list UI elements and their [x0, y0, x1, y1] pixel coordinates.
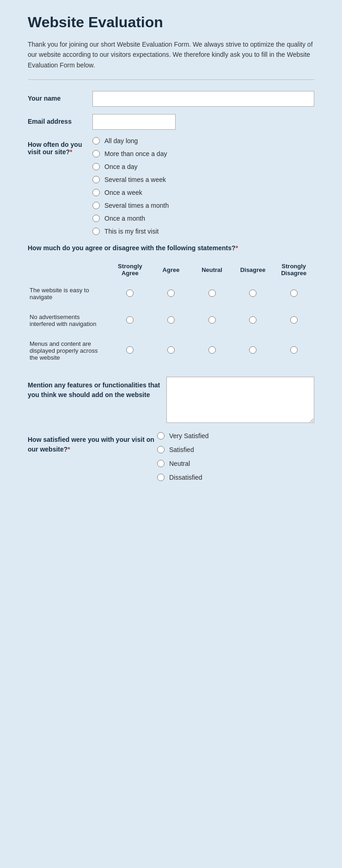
statement-menus: Menus and content are displayed properly…: [28, 334, 110, 368]
satisfaction-radio-satisfied[interactable]: [157, 446, 165, 453]
visit-option-several-times-week[interactable]: Several times a week: [104, 176, 166, 183]
table-header-row: StronglyAgree Agree Neutral Disagree Str…: [28, 259, 314, 280]
visit-radio-once-a-day[interactable]: [92, 163, 100, 170]
list-item: Neutral: [157, 460, 314, 467]
visit-radio-once-a-month[interactable]: [92, 215, 100, 222]
name-label: Your name: [28, 91, 92, 102]
agree-section: How much do you agree or disagree with t…: [28, 244, 314, 368]
statement-ads: No advertisements interfered with naviga…: [28, 307, 110, 334]
satisfaction-option-dissatisfied[interactable]: Dissatisfied: [169, 474, 202, 481]
satisfaction-section: How satisfied were you with your visit o…: [28, 432, 314, 481]
agree-cell-2-1: [110, 307, 151, 334]
intro-text: Thank you for joining our short Website …: [28, 39, 314, 70]
visit-radio-several-times-week[interactable]: [92, 176, 100, 183]
list-item: More than once a day: [92, 150, 314, 157]
list-item: Satisfied: [157, 446, 314, 453]
email-input[interactable]: [92, 114, 176, 130]
agree-cell-3-3: [191, 334, 232, 368]
visit-radio-once-a-week[interactable]: [92, 189, 100, 196]
agree-radio-2-disagree[interactable]: [249, 316, 256, 324]
list-item: Dissatisfied: [157, 474, 314, 481]
agree-cell-3-2: [151, 334, 192, 368]
list-item: Several times a week: [92, 176, 314, 183]
agree-cell-2-3: [191, 307, 232, 334]
agree-radio-1-strongly-agree[interactable]: [126, 289, 134, 297]
agree-cell-2-5: [273, 307, 314, 334]
email-row: Email address: [28, 114, 314, 130]
agree-section-title: How much do you agree or disagree with t…: [28, 244, 314, 252]
satisfaction-radio-neutral[interactable]: [157, 460, 165, 467]
agree-cell-3-4: [232, 334, 274, 368]
visit-radio-first-visit[interactable]: [92, 228, 100, 235]
agree-radio-1-agree[interactable]: [167, 289, 175, 297]
list-item: This is my first visit: [92, 228, 314, 235]
statement-navigate: The website is easy to navigate: [28, 280, 110, 307]
table-col-agree: Agree: [151, 259, 192, 280]
agree-radio-2-strongly-agree[interactable]: [126, 316, 134, 324]
visit-option-once-a-day[interactable]: Once a day: [104, 163, 138, 170]
visit-radio-more-than-once[interactable]: [92, 150, 100, 157]
agree-radio-2-strongly-disagree[interactable]: [290, 316, 298, 324]
agree-cell-1-2: [151, 280, 192, 307]
visit-option-several-times-month[interactable]: Several times a month: [104, 202, 169, 209]
email-field-container: [92, 114, 314, 130]
name-row: Your name: [28, 91, 314, 107]
satisfaction-option-neutral[interactable]: Neutral: [169, 460, 190, 467]
name-input[interactable]: [92, 91, 314, 107]
visit-options-container: All day long More than once a day Once a…: [92, 137, 314, 235]
agree-cell-3-1: [110, 334, 151, 368]
visit-radio-group: All day long More than once a day Once a…: [92, 137, 314, 235]
name-field-container: [92, 91, 314, 107]
visit-option-once-a-month[interactable]: Once a month: [104, 215, 145, 222]
agree-cell-1-4: [232, 280, 274, 307]
table-col-disagree: Disagree: [232, 259, 274, 280]
table-row: No advertisements interfered with naviga…: [28, 307, 314, 334]
visit-option-first-visit[interactable]: This is my first visit: [104, 228, 159, 235]
agree-cell-1-3: [191, 280, 232, 307]
visit-radio-several-times-month[interactable]: [92, 202, 100, 209]
visit-radio-all-day[interactable]: [92, 137, 100, 145]
agree-radio-3-agree[interactable]: [167, 346, 175, 354]
table-col-neutral: Neutral: [191, 259, 232, 280]
features-label: Mention any features or functionalities …: [28, 377, 166, 400]
agree-radio-1-disagree[interactable]: [249, 289, 256, 297]
table-col-strongly-agree: StronglyAgree: [110, 259, 151, 280]
agree-radio-1-neutral[interactable]: [208, 289, 216, 297]
table-row: Menus and content are displayed properly…: [28, 334, 314, 368]
list-item: Once a week: [92, 189, 314, 196]
satisfaction-option-very-satisfied[interactable]: Very Satisfied: [169, 432, 209, 440]
features-row: Mention any features or functionalities …: [28, 377, 314, 423]
agree-radio-3-neutral[interactable]: [208, 346, 216, 354]
agree-cell-1-5: [273, 280, 314, 307]
agree-radio-2-agree[interactable]: [167, 316, 175, 324]
visit-option-all-day[interactable]: All day long: [104, 137, 138, 145]
agree-cell-2-4: [232, 307, 274, 334]
satisfaction-label: How satisfied were you with your visit o…: [28, 432, 157, 454]
satisfaction-row: How satisfied were you with your visit o…: [28, 432, 314, 481]
list-item: Once a day: [92, 163, 314, 170]
agree-radio-3-strongly-disagree[interactable]: [290, 346, 298, 354]
satisfaction-radio-dissatisfied[interactable]: [157, 474, 165, 481]
visit-label: How often do you visit our site?*: [28, 137, 92, 156]
satisfaction-options-container: Very Satisfied Satisfied Neutral Dissati…: [157, 432, 314, 481]
agree-cell-3-5: [273, 334, 314, 368]
list-item: Very Satisfied: [157, 432, 314, 440]
table-col-statement: [28, 259, 110, 280]
email-label: Email address: [28, 114, 92, 125]
agree-radio-1-strongly-disagree[interactable]: [290, 289, 298, 297]
visit-option-more-than-once[interactable]: More than once a day: [104, 150, 167, 157]
page-title: Website Evaluation: [28, 14, 314, 31]
agree-radio-2-neutral[interactable]: [208, 316, 216, 324]
agree-radio-3-strongly-agree[interactable]: [126, 346, 134, 354]
agree-radio-3-disagree[interactable]: [249, 346, 256, 354]
features-textarea[interactable]: [166, 377, 314, 423]
table-col-strongly-disagree: StronglyDisagree: [273, 259, 314, 280]
list-item: All day long: [92, 137, 314, 145]
list-item: Once a month: [92, 215, 314, 222]
satisfaction-radio-very-satisfied[interactable]: [157, 432, 165, 440]
visit-option-once-a-week[interactable]: Once a week: [104, 189, 142, 196]
satisfaction-option-satisfied[interactable]: Satisfied: [169, 446, 194, 453]
agree-cell-2-2: [151, 307, 192, 334]
visit-row: How often do you visit our site?* All da…: [28, 137, 314, 235]
agree-table: StronglyAgree Agree Neutral Disagree Str…: [28, 259, 314, 368]
